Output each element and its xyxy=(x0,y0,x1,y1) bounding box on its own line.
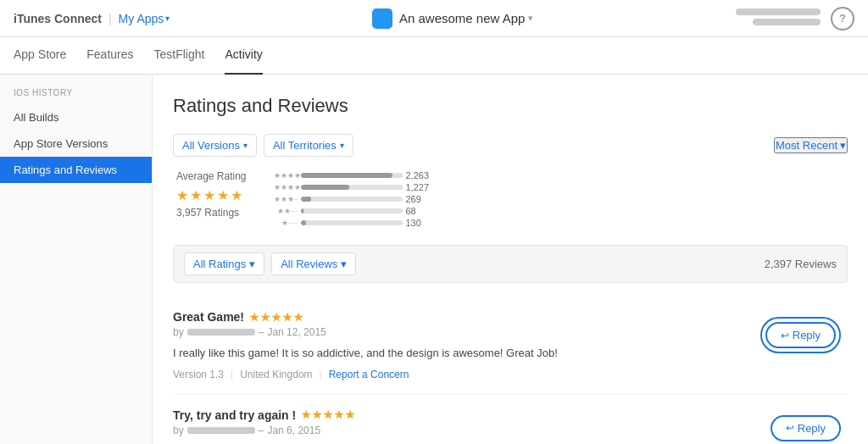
review-2-title: Try, try and try again ! ★ ★ ★ ★ ★ xyxy=(173,408,481,422)
bar-track-5 xyxy=(301,173,403,178)
r1-star-4: ★ xyxy=(282,311,292,324)
ratings-filter-bar-left: All Ratings ▾ All Reviews ▾ xyxy=(184,253,356,275)
review-1-body: I really like this game! It is so addict… xyxy=(173,345,558,362)
bar-fill-1 xyxy=(301,220,306,225)
review-1-reply-button[interactable]: ↩ Reply xyxy=(765,322,836,348)
review-1-divider-1: | xyxy=(231,369,233,380)
review-1-report-link[interactable]: Report a Concern xyxy=(329,369,409,380)
sidebar-item-all-builds[interactable]: All Builds xyxy=(0,104,152,130)
review-1-meta: Version 1.3 | United Kingdom | Report a … xyxy=(173,369,558,380)
rating-left: Average Rating ★ ★ ★ ★ ★ 3,957 Ratings xyxy=(176,170,247,228)
tab-testflight[interactable]: TestFlight xyxy=(154,37,205,75)
review-2-reply-area: ↩ Reply xyxy=(764,408,848,445)
review-1-reply-highlight-ring: ↩ Reply xyxy=(760,317,841,353)
review-2-left: Try, try and try again ! ★ ★ ★ ★ ★ by – xyxy=(173,408,481,445)
all-ratings-label: All Ratings xyxy=(193,258,246,270)
bar-row-2: ★★··· 68 xyxy=(274,206,437,216)
star-2: ★ xyxy=(190,187,202,203)
bar-count-5: 2,263 xyxy=(406,170,437,180)
review-item-2: Try, try and try again ! ★ ★ ★ ★ ★ by – xyxy=(173,395,848,445)
ratings-filter-bar: All Ratings ▾ All Reviews ▾ 2,397 Review… xyxy=(173,245,848,283)
bar-row-3: ★★★·· 269 xyxy=(274,194,437,204)
app-name-chevron-icon: ▾ xyxy=(528,13,533,24)
star-3: ★ xyxy=(203,187,215,203)
main-layout: iOS History All Builds App Store Version… xyxy=(0,75,868,444)
sidebar-item-ratings-and-reviews[interactable]: Ratings and Reviews xyxy=(0,157,152,183)
versions-filter-button[interactable]: All Versions ▾ xyxy=(173,134,257,157)
top-nav-left: iTunes Connect | My Apps ▾ xyxy=(14,12,170,25)
bar-row-4: ★★★★· 1,227 xyxy=(274,182,437,192)
r1-star-3: ★ xyxy=(271,311,281,324)
sidebar-section-label: iOS History xyxy=(0,88,152,104)
my-apps-label: My Apps xyxy=(119,12,164,25)
top-filter-bar: All Versions ▾ All Territories ▾ xyxy=(173,134,353,157)
r2-star-1: ★ xyxy=(301,408,311,421)
user-info xyxy=(736,8,821,29)
review-1-left: Great Game! ★ ★ ★ ★ ★ by – Jan 12 xyxy=(173,310,558,380)
top-navigation: iTunes Connect | My Apps ▾ An awesome ne… xyxy=(0,0,868,37)
r1-star-5: ★ xyxy=(293,311,303,324)
average-rating-box: Average Rating ★ ★ ★ ★ ★ 3,957 Ratings ★… xyxy=(173,170,848,228)
my-apps-link[interactable]: My Apps ▾ xyxy=(119,12,170,25)
reply-2-arrow-icon: ↩ xyxy=(786,422,794,434)
bar-count-3: 269 xyxy=(406,194,437,204)
sidebar: iOS History All Builds App Store Version… xyxy=(0,75,153,444)
rating-count: 3,957 Ratings xyxy=(176,207,247,219)
sidebar-item-app-store-versions[interactable]: App Store Versions xyxy=(0,130,152,157)
review-1-title: Great Game! ★ ★ ★ ★ ★ xyxy=(173,310,558,324)
all-reviews-button[interactable]: All Reviews ▾ xyxy=(271,253,356,275)
review-2-reply-label: Reply xyxy=(798,422,826,435)
all-ratings-chevron-icon: ▾ xyxy=(249,258,255,270)
user-detail-blurred xyxy=(753,19,821,25)
reply-arrow-icon: ↩ xyxy=(781,330,789,341)
average-rating-label: Average Rating xyxy=(176,170,247,182)
review-2-byline: by – Jan 6, 2015 xyxy=(173,425,481,436)
app-name-title[interactable]: An awesome new App ▾ xyxy=(399,11,533,25)
review-1-by-label: by xyxy=(173,326,184,338)
tab-app-store[interactable]: App Store xyxy=(14,37,66,75)
territories-filter-button[interactable]: All Territories ▾ xyxy=(264,134,353,157)
bar-stars-2: ★★··· xyxy=(274,207,298,215)
sort-label: Most Recent xyxy=(776,139,837,152)
help-button[interactable]: ? xyxy=(831,7,854,31)
review-1-stars: ★ ★ ★ ★ ★ xyxy=(249,311,303,324)
territories-filter-label: All Territories xyxy=(273,139,337,152)
review-1-reply-label: Reply xyxy=(793,329,821,341)
territories-chevron-icon: ▾ xyxy=(340,141,344,150)
all-reviews-label: All Reviews xyxy=(281,258,337,270)
review-1-version: Version 1.3 xyxy=(173,369,224,380)
bar-stars-5: ★★★★★ xyxy=(274,171,298,180)
review-2-reply-button[interactable]: ↩ Reply xyxy=(771,415,841,441)
secondary-navigation: App Store Features TestFlight Activity xyxy=(0,37,868,75)
review-2-title-text: Try, try and try again ! xyxy=(173,408,296,422)
bar-fill-2 xyxy=(301,208,304,214)
sort-button[interactable]: Most Recent ▾ xyxy=(774,137,848,153)
rating-bars: ★★★★★ 2,263 ★★★★· 1,227 ★★★·· 269 ★★··· xyxy=(274,170,437,228)
r2-star-3: ★ xyxy=(323,408,333,421)
bar-stars-4: ★★★★· xyxy=(274,183,298,191)
review-1-date: Jan 12, 2015 xyxy=(267,326,326,338)
bar-row-5: ★★★★★ 2,263 xyxy=(274,170,437,180)
r2-star-2: ★ xyxy=(312,408,322,421)
content-area: Ratings and Reviews All Versions ▾ All T… xyxy=(153,75,868,444)
rating-stars-display: ★ ★ ★ ★ ★ xyxy=(176,187,247,203)
review-2-reviewer-blurred xyxy=(187,427,255,434)
star-5-half: ★ xyxy=(231,187,242,203)
review-2-by-label: by xyxy=(173,425,184,436)
page-title: Ratings and Reviews xyxy=(173,95,848,117)
review-2-stars: ★ ★ ★ ★ ★ xyxy=(301,408,355,421)
review-2-date: Jan 6, 2015 xyxy=(267,425,320,436)
tab-activity[interactable]: Activity xyxy=(225,37,262,75)
r2-star-5: ★ xyxy=(345,408,355,421)
bar-count-1: 130 xyxy=(406,218,437,228)
review-1-byline: by – Jan 12, 2015 xyxy=(173,326,558,338)
bar-track-1 xyxy=(301,220,403,225)
tab-features[interactable]: Features xyxy=(86,37,133,75)
bar-count-2: 68 xyxy=(406,206,437,216)
review-1-reply-area: ↩ Reply xyxy=(754,310,848,360)
all-ratings-button[interactable]: All Ratings ▾ xyxy=(184,253,264,275)
top-nav-center: An awesome new App ▾ xyxy=(170,8,736,29)
app-icon xyxy=(372,8,392,29)
itunes-connect-label: iTunes Connect xyxy=(14,12,102,25)
star-4: ★ xyxy=(217,187,229,203)
